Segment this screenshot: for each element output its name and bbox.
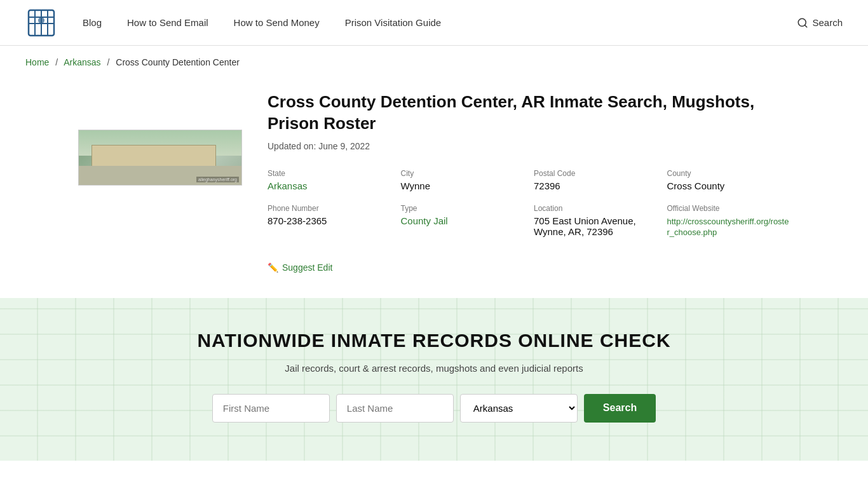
first-name-input[interactable] xyxy=(212,394,330,423)
facility-building xyxy=(92,145,216,167)
suggest-edit-label: Suggest Edit xyxy=(282,262,332,273)
postal-label: Postal Code xyxy=(534,169,657,178)
postal-value: 72396 xyxy=(534,180,657,191)
search-area[interactable]: Search xyxy=(797,17,843,29)
nav-send-email[interactable]: How to Send Email xyxy=(127,17,208,28)
search-icon xyxy=(797,17,808,29)
info-website: Official Website http://crosscountysheri… xyxy=(667,204,790,237)
facility-info: Cross County Detention Center, AR Inmate… xyxy=(268,92,790,273)
facility-image-bg: alleghanysheriff.org xyxy=(79,130,241,185)
logo-area[interactable] xyxy=(25,7,57,39)
updated-date: Updated on: June 9, 2022 xyxy=(268,141,790,151)
state-select[interactable]: AlabamaAlaskaArizonaArkansasCaliforniaCo… xyxy=(460,394,578,423)
site-header: Blog How to Send Email How to Send Money… xyxy=(0,0,868,46)
facility-image: alleghanysheriff.org xyxy=(78,130,242,186)
nav-send-money[interactable]: How to Send Money xyxy=(234,17,320,28)
info-grid: State Arkansas City Wynne Postal Code 72… xyxy=(268,169,790,237)
info-postal: Postal Code 72396 xyxy=(534,169,657,191)
county-label: County xyxy=(667,169,790,178)
website-label: Official Website xyxy=(667,204,790,213)
suggest-edit-link[interactable]: ✏️ Suggest Edit xyxy=(268,262,332,273)
bottom-subtitle: Jail records, court & arrest records, mu… xyxy=(25,363,843,374)
website-value: http://crosscountysheriff.org/roster_cho… xyxy=(667,215,790,237)
state-value: Arkansas xyxy=(268,180,391,191)
breadcrumb-current: Cross County Detention Center xyxy=(116,57,240,67)
type-link[interactable]: County Jail xyxy=(401,215,448,226)
phone-label: Phone Number xyxy=(268,204,391,213)
main-nav: Blog How to Send Email How to Send Money… xyxy=(83,17,797,28)
main-content: alleghanysheriff.org Cross County Detent… xyxy=(53,79,815,298)
info-county: County Cross County xyxy=(667,169,790,191)
location-label: Location xyxy=(534,204,657,213)
city-value: Wynne xyxy=(401,180,524,191)
search-label: Search xyxy=(812,17,843,28)
state-label: State xyxy=(268,169,391,178)
facility-title: Cross County Detention Center, AR Inmate… xyxy=(268,92,790,135)
svg-line-8 xyxy=(805,25,807,27)
bottom-section: NATIONWIDE INMATE RECORDS ONLINE CHECK J… xyxy=(0,298,868,461)
breadcrumb-home[interactable]: Home xyxy=(25,57,49,67)
svg-point-6 xyxy=(38,17,44,24)
website-link[interactable]: http://crosscountysheriff.org/roster_cho… xyxy=(667,217,789,237)
search-form: AlabamaAlaskaArizonaArkansasCaliforniaCo… xyxy=(25,394,843,423)
bottom-title: NATIONWIDE INMATE RECORDS ONLINE CHECK xyxy=(25,330,843,351)
info-type: Type County Jail xyxy=(401,204,524,237)
info-phone: Phone Number 870-238-2365 xyxy=(268,204,391,237)
breadcrumb-sep-1: / xyxy=(55,57,58,67)
type-value: County Jail xyxy=(401,215,524,226)
site-logo xyxy=(25,7,57,39)
breadcrumb: Home / Arkansas / Cross County Detention… xyxy=(0,46,868,79)
location-value: 705 East Union Avenue, Wynne, AR, 72396 xyxy=(534,215,657,237)
info-state: State Arkansas xyxy=(268,169,391,191)
nav-blog[interactable]: Blog xyxy=(83,17,102,28)
pencil-icon: ✏️ xyxy=(268,262,278,273)
state-link[interactable]: Arkansas xyxy=(268,180,308,191)
search-button[interactable]: Search xyxy=(584,394,656,423)
nav-prison-guide[interactable]: Prison Visitation Guide xyxy=(345,17,441,28)
type-label: Type xyxy=(401,204,524,213)
city-label: City xyxy=(401,169,524,178)
info-city: City Wynne xyxy=(401,169,524,191)
breadcrumb-sep-2: / xyxy=(107,57,110,67)
info-location: Location 705 East Union Avenue, Wynne, A… xyxy=(534,204,657,237)
breadcrumb-arkansas[interactable]: Arkansas xyxy=(64,57,100,67)
last-name-input[interactable] xyxy=(336,394,454,423)
county-value: Cross County xyxy=(667,180,790,191)
phone-value: 870-238-2365 xyxy=(268,215,391,226)
facility-watermark: alleghanysheriff.org xyxy=(196,177,239,182)
